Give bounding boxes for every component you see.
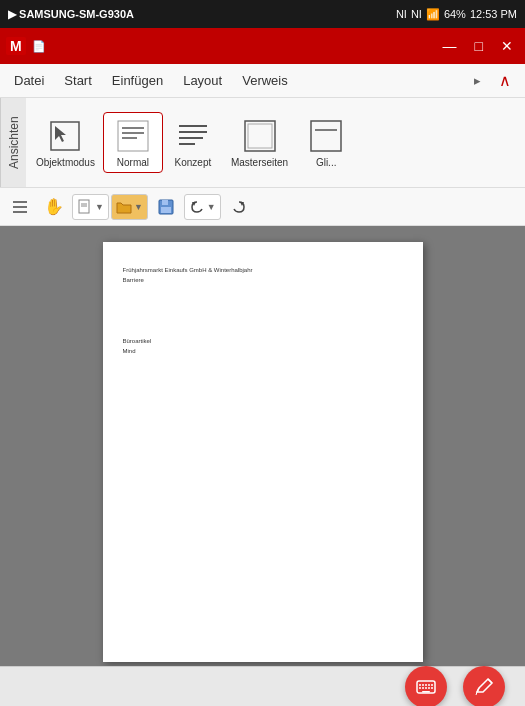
svg-rect-22 — [161, 207, 171, 213]
ribbon-konzept[interactable]: Konzept — [163, 113, 223, 172]
document-area: Frühjahrsmarkt Einkaufs GmbH & Winterhal… — [0, 226, 525, 666]
gliederung-label: Gli... — [316, 157, 337, 168]
normal-label: Normal — [117, 157, 149, 168]
objektmodus-label: Objektmodus — [36, 157, 95, 168]
bottom-bar — [0, 666, 525, 706]
close-icon[interactable]: ✕ — [495, 36, 519, 56]
ribbon-collapse-btn[interactable]: ∧ — [489, 65, 521, 96]
doc-type-icon: 📄 — [32, 40, 46, 53]
svg-line-37 — [488, 679, 492, 683]
status-left: ▶ SAMSUNG-SM-G930A — [8, 8, 134, 21]
ribbon-masterseiten[interactable]: Masterseiten — [223, 113, 296, 172]
masterseiten-icon — [241, 117, 279, 155]
masterseiten-label: Masterseiten — [231, 157, 288, 168]
window-controls[interactable]: — □ ✕ — [437, 36, 519, 56]
maximize-icon[interactable]: □ — [469, 36, 489, 56]
doc-text-section2-line1: Büroartikel — [123, 337, 403, 345]
toolbar-undo-dropdown[interactable]: ▼ — [184, 194, 221, 220]
app-bar: M 📄 — □ ✕ — [0, 28, 525, 64]
doc-text-section2-line2: Mind — [123, 347, 403, 355]
menu-layout[interactable]: Layout — [173, 67, 232, 94]
toolbar2: ✋ ▼ ▼ ▼ — [0, 188, 525, 226]
objektmodus-icon — [46, 117, 84, 155]
svg-marker-1 — [55, 126, 66, 142]
status-right: NI NI 📶 64% 12:53 PM — [396, 8, 517, 21]
toolbar-page-dropdown[interactable]: ▼ — [72, 194, 109, 220]
menu-verweis[interactable]: Verweis — [232, 67, 298, 94]
nfc-icon: NI — [411, 8, 422, 20]
toolbar-folder-dropdown[interactable]: ▼ — [111, 194, 148, 220]
menu-einfuegen[interactable]: Einfügen — [102, 67, 173, 94]
folder-dropdown-arrow: ▼ — [134, 202, 143, 212]
ribbon: Ansichten Objektmodus — [0, 98, 525, 188]
toolbar-redo-btn[interactable] — [223, 192, 255, 222]
toolbar-menu-btn[interactable] — [4, 192, 36, 222]
app-bar-left: M 📄 — [6, 37, 46, 55]
page-dropdown-arrow: ▼ — [95, 202, 104, 212]
svg-rect-2 — [118, 121, 148, 151]
svg-rect-36 — [422, 691, 430, 693]
doc-text-line2: Barriere — [123, 276, 403, 284]
minimize-icon[interactable]: — — [437, 36, 463, 56]
toolbar-save-btn[interactable] — [150, 192, 182, 222]
konzept-icon — [174, 117, 212, 155]
doc-text-line1: Frühjahrsmarkt Einkaufs GmbH & Winterhal… — [123, 266, 403, 274]
document-page[interactable]: Frühjahrsmarkt Einkaufs GmbH & Winterhal… — [103, 242, 423, 662]
samsung-device-label: ▶ SAMSUNG-SM-G930A — [8, 8, 134, 21]
keyboard-fab[interactable] — [405, 666, 447, 707]
undo-dropdown-arrow: ▼ — [207, 202, 216, 212]
svg-rect-11 — [248, 124, 272, 148]
menu-bar: Datei Start Einfügen Layout Verweis ▸ ∧ — [0, 64, 525, 98]
status-bar: ▶ SAMSUNG-SM-G930A NI NI 📶 64% 12:53 PM — [0, 0, 525, 28]
wifi-icon: NI — [396, 8, 407, 20]
battery-icon: 64% — [444, 8, 466, 20]
menu-overflow-icon[interactable]: ▸ — [466, 67, 489, 94]
signal-icon: 📶 — [426, 8, 440, 21]
ribbon-normal[interactable]: Normal — [103, 112, 163, 173]
ribbon-items: Objektmodus Normal — [26, 98, 525, 187]
svg-rect-21 — [162, 200, 168, 205]
konzept-label: Konzept — [175, 157, 212, 168]
toolbar-hand-btn[interactable]: ✋ — [38, 192, 70, 222]
gliederung-icon — [307, 117, 345, 155]
ribbon-tab-ansichten[interactable]: Ansichten — [0, 98, 26, 187]
ribbon-gliederung[interactable]: Gli... — [296, 113, 356, 172]
time-display: 12:53 PM — [470, 8, 517, 20]
gmail-icon: M — [6, 37, 26, 55]
menu-datei[interactable]: Datei — [4, 67, 54, 94]
normal-icon — [114, 117, 152, 155]
svg-rect-12 — [311, 121, 341, 151]
edit-fab[interactable] — [463, 666, 505, 707]
menu-start[interactable]: Start — [54, 67, 101, 94]
ribbon-objektmodus[interactable]: Objektmodus — [28, 113, 103, 172]
svg-rect-10 — [245, 121, 275, 151]
